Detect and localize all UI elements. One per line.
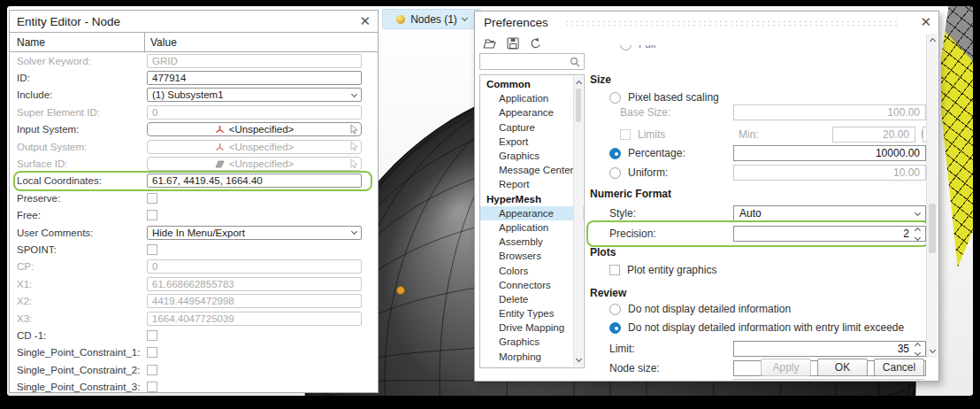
open-file-icon[interactable]: [483, 37, 497, 50]
numeric-format-header: Numeric Format: [590, 188, 924, 200]
base-size-field: 100.00: [733, 104, 926, 120]
coordinate-triad-icon: [215, 143, 225, 151]
scroll-up-icon[interactable]: [574, 76, 583, 88]
tree-item-browsers[interactable]: Browsers: [480, 249, 584, 263]
tree-item-common-appearance[interactable]: Appearance: [480, 105, 584, 120]
id-field[interactable]: 477914: [147, 71, 362, 85]
local-coordinates-field[interactable]: 61.67, 4419.45, 1664.40: [147, 174, 362, 188]
entity-row-surface-id: Surface ID: <Unspecified>: [10, 155, 378, 172]
tree-item-common[interactable]: Common: [480, 77, 584, 91]
limit-row: Limit: 35: [590, 340, 924, 358]
base-size-row: Base Size: 100.00: [590, 104, 924, 120]
surface-id-picker: <Unspecified>: [147, 157, 362, 171]
x3-field: 1664.4047725039: [147, 312, 362, 326]
entity-row-include: Include: (1) Subsystem1: [10, 87, 378, 104]
ok-button[interactable]: OK: [817, 359, 868, 376]
tree-item-connectors[interactable]: Connectors: [480, 278, 584, 292]
spoint-checkbox[interactable]: [147, 244, 157, 255]
cd-checkbox[interactable]: [147, 330, 157, 341]
plot-entity-checkbox[interactable]: [609, 265, 620, 275]
cancel-button[interactable]: Cancel: [874, 359, 924, 376]
cp-field: 0: [147, 259, 362, 274]
include-dropdown[interactable]: (1) Subsystem1: [147, 88, 362, 102]
selected-node-dot[interactable]: [397, 287, 405, 295]
scrollbar-thumb[interactable]: [576, 89, 581, 122]
input-system-picker[interactable]: <Unspecified>: [147, 122, 362, 136]
scroll-down-icon[interactable]: [927, 346, 938, 358]
tree-item-report[interactable]: Report: [480, 177, 584, 191]
content-scrollbar[interactable]: [926, 34, 938, 358]
clipped-next-field: [733, 379, 924, 382]
entity-row-free: Free:: [10, 207, 378, 224]
tree-item-entity-types[interactable]: Entity Types: [480, 306, 584, 320]
entity-row-user-comments: User Comments: Hide In Menu/Export: [10, 224, 378, 241]
scroll-up-icon[interactable]: [927, 34, 938, 45]
entity-editor-titlebar: Entity Editor - Node ✕: [10, 11, 378, 32]
precision-row: Precision: 2: [590, 225, 924, 243]
close-icon[interactable]: ✕: [359, 15, 371, 27]
spc1-checkbox[interactable]: [147, 347, 157, 358]
column-header-name: Name: [10, 33, 145, 51]
scroll-down-icon[interactable]: [574, 355, 583, 367]
save-icon[interactable]: [507, 37, 519, 50]
tree-item-capture[interactable]: Capture: [480, 120, 584, 135]
tree-item-hm-graphics[interactable]: Graphics: [480, 335, 584, 349]
min-field: 20.00: [832, 127, 915, 143]
full-radio[interactable]: [620, 45, 632, 50]
tree-item-hm-application[interactable]: Application: [480, 220, 584, 235]
entity-row-solver-keyword: Solver Keyword: GRID: [10, 52, 378, 69]
entity-row-id: ID: 477914: [10, 69, 378, 86]
review-option2-radio[interactable]: [609, 322, 621, 334]
tree-item-colors[interactable]: Colors: [480, 263, 584, 277]
spinner-arrows-icon[interactable]: [915, 228, 920, 240]
spc3-checkbox[interactable]: [147, 382, 157, 392]
tree-item-mouse-controls[interactable]: Mouse Controls: [480, 364, 584, 368]
output-system-picker: <Unspecified>: [147, 140, 362, 154]
review-option1-radio[interactable]: [609, 304, 621, 315]
reset-undo-icon[interactable]: [529, 37, 541, 50]
search-input[interactable]: [484, 57, 570, 67]
spinner-arrows-icon[interactable]: [915, 343, 920, 355]
full-label: Full: [639, 45, 655, 50]
tree-item-export[interactable]: Export: [480, 135, 584, 149]
entity-row-spc3: Single_Point_Constraint_3:: [10, 378, 378, 395]
scrollbar-thumb[interactable]: [929, 204, 936, 253]
entity-row-super-element-id: Super Element ID: 0: [10, 104, 378, 120]
limits-checkbox: [620, 129, 631, 140]
tree-item-assembly[interactable]: Assembly: [480, 235, 584, 249]
user-comments-dropdown[interactable]: Hide In Menu/Export: [147, 226, 362, 240]
tree-item-message-center[interactable]: Message Center: [480, 163, 584, 177]
limit-spinner[interactable]: 35: [733, 341, 926, 357]
review-option1-row: Do not display detailed information: [590, 303, 924, 315]
tree-item-drive-mapping[interactable]: Drive Mapping: [480, 320, 584, 335]
entity-editor-panel: Entity Editor - Node ✕ Name Value Solver…: [9, 10, 379, 393]
tree-item-hm-appearance[interactable]: Appearance: [480, 206, 584, 220]
search-box[interactable]: [479, 53, 585, 70]
percentage-field[interactable]: 10000.00: [733, 145, 926, 161]
nodes-selection-button[interactable]: Nodes (1): [382, 9, 481, 29]
tree-scrollbar[interactable]: [573, 76, 583, 367]
tree-item-morphing[interactable]: Morphing: [480, 350, 584, 364]
tree-item-delete[interactable]: Delete: [480, 292, 584, 306]
preferences-toolbar: [483, 37, 541, 50]
tree-item-common-application[interactable]: Application: [480, 91, 584, 105]
entity-row-cp: CP: 0: [10, 259, 378, 275]
close-icon[interactable]: ✕: [920, 16, 931, 28]
size-header: Size: [590, 73, 924, 86]
precision-spinner[interactable]: 2: [733, 226, 926, 242]
preferences-titlebar[interactable]: Preferences ✕: [475, 12, 938, 33]
entity-editor-title: Entity Editor - Node: [17, 15, 120, 28]
preserve-checkbox[interactable]: [147, 193, 157, 204]
pixel-scaling-radio[interactable]: [609, 92, 621, 104]
style-dropdown[interactable]: Auto: [733, 205, 926, 221]
tree-item-hypermesh[interactable]: HyperMesh: [480, 192, 584, 206]
drag-handle-dots[interactable]: [564, 19, 900, 27]
plot-entity-row: Plot entity graphics: [590, 264, 924, 276]
uniform-radio[interactable]: [609, 167, 621, 179]
x1-field: 61.668662855783: [147, 277, 362, 291]
percentage-radio[interactable]: [609, 148, 621, 159]
review-header: Review: [590, 287, 924, 299]
free-checkbox[interactable]: [147, 210, 157, 220]
spc2-checkbox[interactable]: [147, 365, 157, 375]
tree-item-common-graphics[interactable]: Graphics: [480, 149, 584, 163]
